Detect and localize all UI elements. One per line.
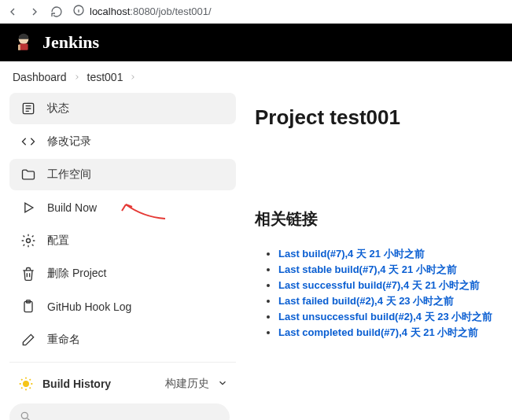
sidebar-item-label: 工作空间 bbox=[47, 168, 91, 182]
build-history-title: Build History bbox=[42, 378, 111, 390]
url-host: localhost bbox=[90, 6, 130, 17]
link-last-stable-build[interactable]: Last stable build(#7),4 天 21 小时之前 bbox=[278, 263, 457, 275]
sidebar-item-configure[interactable]: 配置 bbox=[9, 225, 236, 256]
svg-rect-3 bbox=[18, 45, 20, 50]
back-button[interactable] bbox=[6, 6, 19, 18]
sidebar-item-label: Build Now bbox=[47, 201, 97, 214]
edit-icon bbox=[20, 332, 36, 348]
svg-point-9 bbox=[21, 412, 28, 418]
jenkins-title[interactable]: Jenkins bbox=[42, 32, 99, 53]
browser-toolbar: localhost:8080/job/test001/ bbox=[0, 0, 512, 24]
main-content: Project test001 相关链接 Last build(#7),4 天 … bbox=[255, 93, 503, 420]
gear-icon bbox=[20, 233, 36, 249]
link-last-completed-build[interactable]: Last completed build(#7),4 天 21 小时之前 bbox=[278, 326, 478, 338]
jenkins-header: Jenkins bbox=[0, 24, 512, 61]
sidebar-item-label: 重命名 bbox=[47, 333, 80, 347]
forward-button[interactable] bbox=[28, 6, 41, 18]
trash-icon bbox=[20, 266, 36, 282]
breadcrumbs: Dashboard test001 bbox=[0, 61, 512, 93]
sun-icon bbox=[17, 375, 35, 392]
clipboard-icon bbox=[20, 299, 36, 315]
sidebar-item-label: 删除 Project bbox=[47, 267, 106, 281]
related-links-list: Last build(#7),4 天 21 小时之前 Last stable b… bbox=[255, 247, 503, 340]
annotation-arrow-icon bbox=[120, 200, 167, 223]
sidebar: 状态 修改记录 工作空间 Build Now 配置 删除 Project Git… bbox=[9, 93, 236, 420]
page-title: Project test001 bbox=[255, 105, 503, 130]
play-icon bbox=[20, 200, 36, 216]
site-info-icon bbox=[72, 4, 85, 19]
reload-button[interactable] bbox=[50, 6, 63, 18]
chevron-right-icon bbox=[129, 73, 137, 81]
breadcrumb-dashboard[interactable]: Dashboard bbox=[13, 71, 67, 83]
sidebar-item-rename[interactable]: 重命名 bbox=[9, 324, 236, 356]
svg-rect-2 bbox=[19, 43, 28, 50]
sidebar-item-label: 状态 bbox=[47, 101, 69, 116]
sidebar-item-label: GitHub Hook Log bbox=[47, 300, 131, 313]
link-last-build[interactable]: Last build(#7),4 天 21 小时之前 bbox=[278, 248, 425, 260]
sidebar-item-status[interactable]: 状态 bbox=[9, 93, 236, 124]
svg-point-8 bbox=[23, 381, 28, 386]
build-filter[interactable] bbox=[9, 403, 230, 420]
sidebar-item-workspace[interactable]: 工作空间 bbox=[9, 159, 236, 190]
link-last-unsuccessful-build[interactable]: Last unsuccessful build(#2),4 天 23 小时之前 bbox=[278, 311, 492, 322]
chevron-down-icon[interactable] bbox=[217, 378, 228, 391]
breadcrumb-project[interactable]: test001 bbox=[87, 71, 123, 83]
build-history-header[interactable]: Build History 构建历史 bbox=[9, 369, 236, 399]
link-last-successful-build[interactable]: Last successful build(#7),4 天 21 小时之前 bbox=[278, 279, 480, 291]
sidebar-item-delete[interactable]: 删除 Project bbox=[9, 258, 236, 289]
address-bar[interactable]: localhost:8080/job/test001/ bbox=[72, 4, 506, 19]
build-history-subtitle: 构建历史 bbox=[165, 377, 209, 391]
folder-icon bbox=[20, 167, 36, 182]
url-path: :8080/job/test001/ bbox=[130, 6, 211, 17]
svg-point-5 bbox=[27, 239, 31, 243]
chevron-right-icon bbox=[73, 73, 81, 81]
related-links-heading: 相关链接 bbox=[255, 208, 503, 230]
divider bbox=[9, 362, 236, 363]
sidebar-item-build-now[interactable]: Build Now bbox=[9, 192, 236, 223]
link-last-failed-build[interactable]: Last failed build(#2),4 天 23 小时之前 bbox=[278, 295, 454, 307]
code-icon bbox=[20, 134, 36, 149]
search-icon bbox=[19, 410, 31, 420]
sidebar-item-label: 修改记录 bbox=[47, 134, 91, 149]
sidebar-item-changes[interactable]: 修改记录 bbox=[9, 126, 236, 157]
sidebar-item-github-hook[interactable]: GitHub Hook Log bbox=[9, 291, 236, 322]
sidebar-item-label: 配置 bbox=[47, 234, 69, 248]
status-icon bbox=[20, 101, 36, 116]
jenkins-logo-icon bbox=[13, 31, 35, 53]
